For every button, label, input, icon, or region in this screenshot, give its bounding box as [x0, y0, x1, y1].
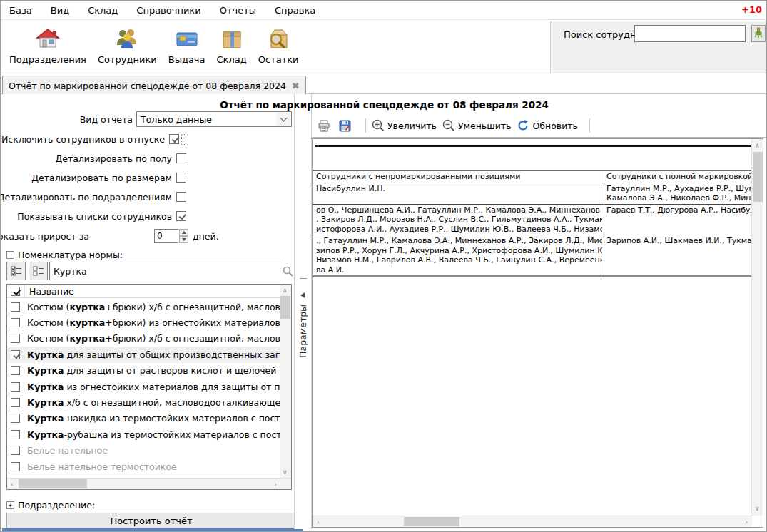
norm-item-label: Куртка для защиты от растворов кислот и …	[27, 365, 281, 376]
table-cell-unmarked: ., Гатауллин М.Р., Камалова Э.А., Миннех…	[313, 235, 604, 275]
norm-item[interactable]: Куртка для защиты от растворов кислот и …	[7, 363, 281, 379]
close-icon[interactable]: ✖	[292, 81, 300, 91]
norm-item[interactable]: Костюм (куртка+брюки) х/б с огнезащитной…	[7, 299, 281, 314]
house-icon	[35, 26, 61, 52]
norm-item-checkbox[interactable]	[11, 430, 20, 439]
norm-item-checkbox[interactable]	[11, 366, 20, 375]
expand-icon[interactable]: +	[6, 501, 14, 509]
report-horizontal-scrollbar[interactable]: ‹ ›	[313, 516, 752, 527]
employee-search-panel: Поиск сотрудника:	[550, 21, 767, 73]
option-row: Показывать списки сотрудников	[1, 210, 186, 222]
norm-item[interactable]: Куртка для защиты от общих производствен…	[7, 347, 281, 362]
parameters-splitter[interactable]: Параметры	[294, 94, 312, 529]
norm-item[interactable]: Костюм (куртка+брюки) х/б с огнезащитной…	[7, 331, 281, 347]
nomenclature-list-header: Название	[7, 285, 291, 298]
report-vertical-scrollbar[interactable]: ∧ ∨	[751, 139, 763, 516]
toolbar-button-employees[interactable]: Сотрудники	[92, 25, 163, 66]
scroll-thumb[interactable]	[753, 152, 763, 202]
list-vertical-scrollbar[interactable]: ∧ ∨	[280, 285, 291, 479]
option-label: Показывать списки сотрудников	[17, 211, 172, 222]
norm-item-label: Белье нательное термостойкое	[27, 461, 177, 472]
norm-item-checkbox[interactable]	[11, 398, 20, 407]
clear-search-button[interactable]	[751, 25, 766, 42]
list-horizontal-scrollbar[interactable]: ‹ ›	[7, 478, 291, 489]
build-report-button[interactable]: Построить отчёт	[6, 513, 296, 530]
zoom-in-button[interactable]: Увеличить	[372, 119, 437, 132]
scroll-up-icon[interactable]: ∧	[283, 287, 288, 294]
collapse-left-icon[interactable]	[300, 292, 305, 298]
option-label: Детализировать по размерам	[31, 173, 172, 183]
menu-item[interactable]: Справка	[266, 1, 325, 19]
header-checkbox[interactable]	[11, 287, 20, 296]
menu-item[interactable]: Вид	[42, 1, 79, 19]
table-cell-line: Гараев Т.Т., Дюгурова А.Р., Насибуллин	[606, 205, 752, 215]
norm-item-checkbox[interactable]	[11, 414, 20, 423]
toolbar-button-issue[interactable]: Выдача	[163, 25, 211, 66]
spin-up-button[interactable]	[179, 229, 188, 236]
table-cell-line: Сотрудники с полной маркировкой	[606, 172, 752, 182]
scroll-up-icon[interactable]: ∧	[755, 143, 760, 149]
toolbar-button-warehouse[interactable]: Склад	[211, 25, 253, 66]
save-icon	[339, 120, 351, 132]
toolbar-button-remainders[interactable]: Остатки	[253, 25, 305, 66]
scroll-left-icon[interactable]: ‹	[317, 519, 320, 526]
option-checkbox[interactable]	[176, 192, 186, 202]
norm-item[interactable]: Куртка из огнестойких материалов для защ…	[7, 379, 281, 394]
norm-item-checkbox[interactable]	[11, 334, 20, 343]
update-badge[interactable]: +10	[741, 4, 762, 15]
scroll-down-icon[interactable]: ∨	[283, 469, 288, 476]
spin-down-button[interactable]	[179, 236, 188, 243]
collapse-icon[interactable]: −	[6, 251, 14, 259]
norm-item[interactable]: Белье нательное термостойкое	[7, 459, 281, 474]
check-all-button[interactable]	[6, 262, 26, 280]
option-checkbox[interactable]	[176, 211, 186, 221]
menu-item[interactable]: База	[1, 1, 42, 19]
norm-item-checkbox[interactable]	[11, 350, 20, 359]
norm-item-checkbox[interactable]	[11, 446, 20, 455]
menu-item[interactable]: Справочники	[128, 1, 210, 19]
scroll-thumb[interactable]	[404, 517, 459, 526]
option-checkbox[interactable]	[176, 153, 186, 163]
growth-value-input[interactable]	[155, 230, 178, 242]
norm-item-checkbox[interactable]	[11, 302, 20, 312]
print-button[interactable]	[318, 120, 333, 132]
zoom-out-label: Уменьшить	[458, 121, 512, 131]
menu-item[interactable]: Склад	[79, 1, 128, 19]
uncheck-all-button[interactable]	[29, 262, 48, 280]
bottom-progress-strip	[2, 528, 303, 532]
option-row: Детализировать по полу	[1, 153, 186, 164]
scroll-right-icon[interactable]: ›	[274, 481, 277, 488]
scroll-thumb[interactable]	[19, 479, 87, 488]
chevron-down-icon[interactable]	[276, 113, 290, 126]
scroll-thumb[interactable]	[280, 296, 290, 319]
norm-item-label: Куртка х/б с огнезащитной, масловодоотал…	[27, 397, 281, 408]
norm-item[interactable]: Куртка-накидка из термостойких материало…	[7, 411, 281, 426]
growth-spinner[interactable]	[154, 229, 178, 243]
table-header-row: Сотрудники с непромаркированными позиция…	[313, 170, 752, 183]
norm-item[interactable]: Белье нательное	[7, 443, 281, 459]
scroll-left-icon[interactable]: ‹	[11, 481, 14, 488]
option-checkbox[interactable]	[169, 134, 179, 144]
zoom-out-button[interactable]: Уменьшить	[442, 119, 512, 132]
norm-item[interactable]: Куртка х/б с огнезащитной, масловодоотал…	[7, 394, 281, 410]
toolbar-button-divisions[interactable]: Подразделения	[4, 25, 92, 66]
employee-search-input[interactable]	[634, 25, 746, 42]
scroll-down-icon[interactable]: ∨	[755, 506, 760, 512]
norm-item-checkbox[interactable]	[11, 318, 20, 327]
growth-label: Показать прирост за	[0, 231, 89, 242]
nomenclature-section-header: − Номенклатура нормы:	[6, 250, 123, 260]
tab-report[interactable]: Отчёт по маркированной спецодежде от 08 …	[2, 76, 306, 95]
norm-item[interactable]: Куртка-рубашка из термостойких материало…	[7, 426, 281, 442]
scroll-right-icon[interactable]: ›	[745, 519, 748, 526]
norm-item[interactable]: Костюм (куртка+брюки) из огнестойких мат…	[7, 314, 281, 330]
save-button[interactable]	[339, 120, 354, 132]
table-cell-line: Насибуллин И.Н.	[316, 184, 602, 194]
nomenclature-filter-input[interactable]	[49, 262, 280, 280]
norm-item-checkbox[interactable]	[11, 462, 20, 471]
refresh-button[interactable]: Обновить	[517, 119, 578, 132]
option-checkbox[interactable]	[176, 173, 186, 183]
splitter-grip[interactable]	[300, 278, 307, 279]
menu-item[interactable]: Отчеты	[211, 1, 266, 19]
report-type-select[interactable]: Только данные	[136, 111, 292, 127]
norm-item-checkbox[interactable]	[11, 382, 20, 392]
